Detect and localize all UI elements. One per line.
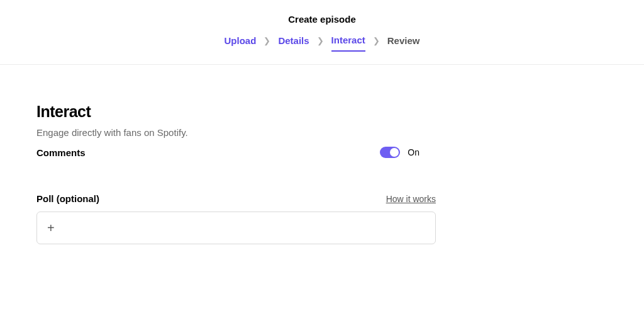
- comments-toggle[interactable]: [380, 147, 400, 158]
- poll-label: Poll (optional): [36, 193, 99, 204]
- poll-row: Poll (optional) How it works: [36, 193, 436, 204]
- toggle-knob: [390, 148, 399, 157]
- chevron-right-icon: ❯: [373, 36, 380, 50]
- main-content: Interact Engage directly with fans on Sp…: [0, 65, 440, 244]
- plus-icon: +: [47, 222, 55, 234]
- section-title: Interact: [36, 103, 415, 121]
- comments-toggle-group: On: [380, 147, 419, 158]
- chevron-right-icon: ❯: [264, 36, 270, 50]
- page-title: Create episode: [0, 14, 644, 25]
- add-poll-button[interactable]: +: [36, 212, 436, 244]
- breadcrumb-step-review: Review: [387, 35, 420, 51]
- breadcrumb: Upload ❯ Details ❯ Interact ❯ Review: [0, 35, 644, 52]
- chevron-right-icon: ❯: [317, 36, 324, 50]
- comments-label: Comments: [36, 147, 86, 158]
- breadcrumb-step-interact[interactable]: Interact: [331, 35, 365, 52]
- breadcrumb-step-upload[interactable]: Upload: [225, 35, 257, 51]
- how-it-works-link[interactable]: How it works: [386, 194, 436, 204]
- toggle-state-label: On: [408, 147, 419, 157]
- header: Create episode Upload ❯ Details ❯ Intera…: [0, 0, 644, 65]
- breadcrumb-step-details[interactable]: Details: [278, 35, 309, 51]
- section-subtitle: Engage directly with fans on Spotify.: [36, 127, 415, 138]
- comments-row: Comments On: [36, 147, 436, 158]
